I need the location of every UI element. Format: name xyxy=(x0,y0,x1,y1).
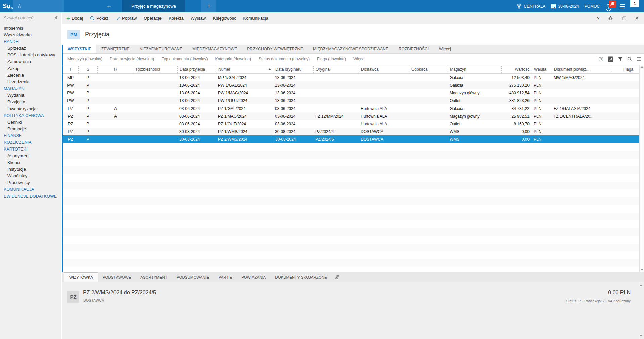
view-tab-niezafakturowane[interactable]: NIEZAFAKTUROWANE xyxy=(134,45,187,53)
table-cell[interactable]: FZ 1/CENTRALA/20... xyxy=(552,112,612,120)
table-cell[interactable]: Galaxia xyxy=(448,81,501,89)
table-cell[interactable] xyxy=(313,97,359,104)
table-cell[interactable]: 30-08-2024 xyxy=(177,135,216,143)
menu-icon[interactable] xyxy=(620,4,625,8)
detail-tab-asortyment[interactable]: ASORTYMENT xyxy=(136,272,172,282)
help-icon[interactable]: ? xyxy=(597,16,600,21)
table-cell[interactable]: A xyxy=(97,104,134,112)
table-cell[interactable] xyxy=(97,89,134,97)
table-cell[interactable]: A xyxy=(97,112,134,120)
detail-scroll-up-icon[interactable] xyxy=(640,284,642,286)
table-cell[interactable]: P xyxy=(78,135,97,143)
table-row[interactable]: PZP30-08-2024PZ 1/WMS/202430-08-2024PZ/2… xyxy=(63,128,644,135)
table-cell[interactable]: 03-06-2024 xyxy=(177,120,216,128)
table-cell[interactable]: PLN xyxy=(532,81,552,89)
sidebar-item-wydania[interactable]: Wydania xyxy=(0,92,61,99)
sidebar-section-polityka-cenowa[interactable]: POLITYKA CENOWA xyxy=(0,112,61,119)
column-header-rozbieznosci[interactable]: Rozbieżności xyxy=(134,65,177,73)
table-cell[interactable]: PLN xyxy=(532,112,552,120)
view-tab-wiecej[interactable]: Więcej xyxy=(434,45,456,53)
table-cell[interactable] xyxy=(552,135,612,143)
table-cell[interactable]: 03-06-2024 xyxy=(273,112,313,120)
sidebar-section-rozliczenia[interactable]: ROZLICZENIA xyxy=(0,139,61,146)
sidebar-item-sprzedaz[interactable]: Sprzedaż xyxy=(0,45,61,52)
sidebar-item-wspolnicy[interactable]: Wspólnicy xyxy=(0,173,61,179)
table-cell[interactable]: FZ 1/GALAXIA/2024 xyxy=(552,104,612,112)
table-cell[interactable]: PW xyxy=(63,81,78,89)
table-cell[interactable]: Galaxia xyxy=(448,74,501,81)
table-cell[interactable]: WMS xyxy=(448,135,501,143)
table-row[interactable]: PZP03-06-2024PZ 1/OUT/202403-06-2024Hurt… xyxy=(63,120,644,128)
table-cell[interactable]: P xyxy=(78,112,97,120)
table-cell[interactable] xyxy=(409,104,448,112)
table-cell[interactable] xyxy=(97,97,134,104)
table-cell[interactable]: 84 731,22 xyxy=(501,104,532,112)
table-row[interactable]: PZPA03-06-2024PZ 1/MAG/202403-06-2024FZ … xyxy=(63,112,644,120)
table-cell[interactable] xyxy=(134,120,177,128)
table-cell[interactable]: PZ 1/OUT/2024 xyxy=(216,120,273,128)
table-cell[interactable]: 13-06-2024 xyxy=(273,97,313,104)
table-cell[interactable] xyxy=(359,81,409,89)
table-cell[interactable] xyxy=(409,120,448,128)
table-cell[interactable]: P xyxy=(78,89,97,97)
view-tab-przychody-wewnetrzne[interactable]: PRZYCHODY WEWNĘTRZNE xyxy=(242,45,308,53)
column-header-r[interactable]: R xyxy=(97,65,134,73)
column-header-dokument-powiaz[interactable]: Dokument powiąz... xyxy=(552,65,612,73)
table-cell[interactable] xyxy=(134,97,177,104)
sidebar-section-handel[interactable]: HANDEL xyxy=(0,38,61,45)
sidebar-item-pracownicy[interactable]: Pracownicy xyxy=(0,179,61,186)
sidebar-section-magazyn[interactable]: MAGAZYN xyxy=(0,85,61,92)
sidebar-item-klienci[interactable]: Klienci xyxy=(0,159,61,166)
table-cell[interactable]: 8 160,70 xyxy=(501,120,532,128)
filter-wiecej[interactable]: Więcej xyxy=(353,57,365,61)
filter-magazyn-dowolny[interactable]: Magazyn (dowolny) xyxy=(67,57,102,61)
date-selector[interactable]: 30-08-2024 xyxy=(551,4,579,9)
table-cell[interactable] xyxy=(313,81,359,89)
table-row[interactable]: PWP13-06-2024PW 1/MAG/202413-06-2024Maga… xyxy=(63,89,644,97)
table-cell[interactable]: PLN xyxy=(532,120,552,128)
table-cell[interactable]: PZ xyxy=(63,128,78,135)
column-header-data-orygina-u[interactable]: Data oryginału xyxy=(273,65,313,73)
table-cell[interactable] xyxy=(409,74,448,81)
table-cell[interactable]: PLN xyxy=(532,74,552,81)
sidebar-item-przyjecia[interactable]: Przyjęcia xyxy=(0,99,61,105)
table-cell[interactable]: 13-06-2024 xyxy=(177,97,216,104)
filter-kategoria-dowolna[interactable]: Kategoria (dowolna) xyxy=(215,57,251,61)
sidebar-item-promocje[interactable]: Promocje xyxy=(0,126,61,132)
view-tab-zewnetrzne[interactable]: ZEWNĘTRZNE xyxy=(96,45,134,53)
table-cell[interactable]: MP 1/GAL/2024 xyxy=(216,74,273,81)
table-cell[interactable]: PW xyxy=(63,97,78,104)
table-cell[interactable] xyxy=(409,81,448,89)
table-cell[interactable] xyxy=(409,135,448,143)
column-header-numer[interactable]: Numer xyxy=(216,65,273,73)
table-cell[interactable]: P xyxy=(78,74,97,81)
table-cell[interactable] xyxy=(409,128,448,135)
toolbar-button-dodaj[interactable]: +Dodaj xyxy=(66,16,83,21)
settings-gear-icon[interactable] xyxy=(608,16,613,21)
table-cell[interactable]: 30-08-2024 xyxy=(273,135,313,143)
table-cell[interactable]: PLN xyxy=(532,128,552,135)
sidebar-item-urzadzenia[interactable]: Urządzenia xyxy=(0,79,61,85)
scroll-down-icon[interactable] xyxy=(641,269,643,271)
column-header-odbiorca[interactable]: Odbiorca xyxy=(409,65,448,73)
table-cell[interactable]: DOSTAWCA xyxy=(359,135,409,143)
document-tab[interactable]: Przyjęcia magazynowe xyxy=(122,0,185,12)
column-header-s[interactable]: S xyxy=(78,65,97,73)
notification-alert-badge[interactable] xyxy=(609,0,616,8)
table-cell[interactable]: Hurtownia ALA xyxy=(359,120,409,128)
table-cell[interactable]: 13-06-2024 xyxy=(177,89,216,97)
table-cell[interactable]: PZ 2/WMS/2024 xyxy=(216,135,273,143)
table-cell[interactable]: PW 1/GAL/2024 xyxy=(216,81,273,89)
table-cell[interactable]: Hurtownia ALA xyxy=(359,104,409,112)
table-cell[interactable]: P xyxy=(78,120,97,128)
table-cell[interactable] xyxy=(134,112,177,120)
column-header-t[interactable]: T xyxy=(63,65,78,73)
table-cell[interactable]: 381 823,26 xyxy=(501,97,532,104)
table-cell[interactable] xyxy=(134,135,177,143)
column-header-dostawca[interactable]: Dostawca xyxy=(359,65,409,73)
table-row[interactable]: MPP13-06-2024MP 1/GAL/202413-06-2024Gala… xyxy=(63,74,644,81)
column-header-data-przyjecia[interactable]: Data przyjęcia xyxy=(177,65,216,73)
close-icon[interactable]: × xyxy=(635,16,639,21)
table-cell[interactable]: DOSTAWCA xyxy=(359,128,409,135)
sidebar-item-infoserwis[interactable]: Infoserwis xyxy=(0,25,61,32)
